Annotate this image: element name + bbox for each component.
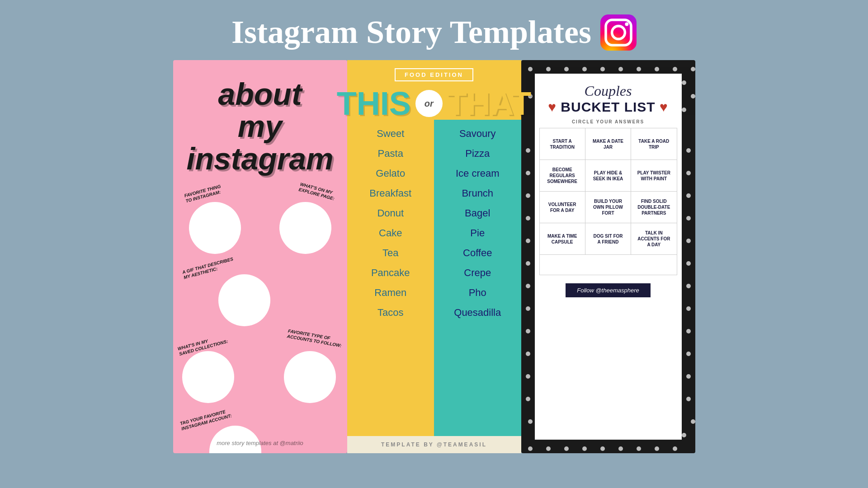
food-edition-badge: FOOD EDITION	[395, 68, 473, 81]
bucket-list-text: ♥ BUCKET LIST ♥	[544, 99, 673, 115]
svg-point-41	[682, 108, 686, 112]
card1-about-instagram: aboutmyinstagram FAVORITE THINGTO INSTAG…	[173, 60, 347, 453]
food-tacos: Tacos	[377, 303, 403, 322]
bucket-title-area: Couples ♥ BUCKET LIST ♥	[535, 74, 682, 117]
card1-footer: more story templates at @matriio	[173, 440, 347, 446]
circle3	[218, 274, 270, 326]
heart-right: ♥	[656, 99, 668, 114]
cards-container: aboutmyinstagram FAVORITE THINGTO INSTAG…	[167, 60, 701, 453]
svg-point-63	[564, 446, 569, 451]
bucket-cell-1: START ATRADITION	[540, 128, 585, 160]
circle1	[189, 202, 241, 254]
food-pancake: Pancake	[371, 263, 410, 282]
bucket-cell-7: VOLUNTEERFOR A DAY	[540, 192, 585, 223]
label-gif-aesthetic: A GIF THAT DESCRIBESMY AESTHETIC:	[181, 257, 235, 281]
svg-point-82	[686, 148, 691, 153]
bucket-cell-8: BUILD YOUROWN PILLOWFORT	[585, 192, 631, 223]
svg-point-88	[686, 284, 691, 288]
svg-point-75	[526, 261, 530, 266]
svg-point-67	[637, 446, 641, 451]
svg-point-84	[686, 193, 691, 198]
svg-point-70	[526, 148, 530, 153]
food-bagel: Bagel	[465, 204, 490, 223]
svg-point-22	[682, 80, 686, 85]
card1-title: aboutmyinstagram	[173, 60, 347, 184]
food-coffee: Coffee	[463, 244, 492, 263]
card3-bucket-list: Couples ♥ BUCKET LIST ♥ CIRCLE YOUR ANSW…	[521, 60, 695, 453]
svg-point-89	[686, 306, 691, 311]
svg-point-68	[655, 446, 659, 451]
svg-point-9	[618, 67, 623, 71]
bucket-cell-6: PLAY TWISTERWITH PAINT	[631, 160, 677, 192]
svg-point-73	[526, 216, 530, 221]
food-savoury: Savoury	[459, 124, 496, 143]
svg-point-74	[526, 239, 530, 243]
svg-point-42	[528, 419, 533, 424]
svg-point-69	[673, 446, 677, 451]
svg-point-51	[691, 419, 695, 424]
page-title: Istagram Story Templates	[231, 14, 591, 51]
svg-point-71	[526, 171, 530, 175]
svg-point-72	[526, 193, 530, 198]
food-tea: Tea	[382, 244, 398, 263]
food-crepe: Crepe	[464, 263, 491, 282]
label-favorite-thing: FAVORITE THINGTO INSTAGRAM:	[184, 184, 223, 204]
card3-inner: Couples ♥ BUCKET LIST ♥ CIRCLE YOUR ANSW…	[535, 74, 682, 440]
svg-point-85	[686, 216, 691, 221]
bucket-cell-11: DOG SIT FORA FRIEND	[585, 223, 631, 255]
this-or-that-row: THIS or THAT	[347, 87, 521, 120]
this-text: THIS	[332, 87, 415, 120]
circle4	[182, 351, 234, 403]
svg-point-86	[686, 239, 691, 243]
food-pho: Pho	[469, 283, 486, 302]
circle-answers-label: CIRCLE YOUR ANSWERS	[535, 117, 682, 128]
food-quesadilla: Quesadilla	[454, 303, 501, 322]
follow-area: Follow @theemasphere	[535, 275, 682, 303]
svg-point-77	[526, 306, 530, 311]
that-text: THAT	[443, 87, 536, 120]
bucket-grid: START ATRADITION MAKE A DATEJAR TAKE A R…	[539, 128, 677, 255]
svg-point-6	[564, 67, 569, 71]
svg-point-66	[618, 446, 623, 451]
svg-point-79	[526, 352, 530, 356]
svg-point-76	[526, 284, 530, 288]
label-explore-page: WHAT'S ON MYEXPLORE PAGE:	[298, 182, 336, 202]
label-fav-accounts: FAVORITE TYPE OFACCOUNTS TO FOLLOW:	[287, 328, 343, 349]
food-ramen: Ramen	[374, 283, 406, 302]
circle2	[279, 202, 331, 254]
bucket-cell-12: TALK INACCENTS FORA DAY	[631, 223, 677, 255]
food-gelato: Gelato	[376, 164, 405, 183]
svg-point-61	[528, 446, 533, 451]
food-right-col: Savoury Pizza Ice cream Brunch Bagel Pie…	[434, 120, 521, 436]
svg-point-83	[686, 171, 691, 175]
svg-point-62	[546, 446, 551, 451]
bucket-cell-4: BECOME REGULARSSOMEWHERE	[540, 160, 585, 192]
svg-point-92	[686, 374, 691, 379]
bucket-cell-3: TAKE A ROADTRIP	[631, 128, 677, 160]
food-brunch: Brunch	[462, 184, 493, 203]
svg-point-60	[682, 433, 686, 437]
couples-text: Couples	[544, 83, 673, 99]
card2-this-or-that: FOOD EDITION THIS or THAT Sweet Pasta Ge…	[347, 60, 521, 453]
svg-point-12	[673, 67, 677, 71]
svg-point-81	[526, 397, 530, 401]
bucket-cell-5: PLAY HIDE &SEEK IN IKEA	[585, 160, 631, 192]
food-pie: Pie	[470, 224, 485, 243]
circle5	[284, 351, 336, 403]
food-icecream: Ice cream	[456, 164, 500, 183]
bucket-cell-9: FIND SOLIDDOUBLE-DATEPARTNERS	[631, 192, 677, 223]
svg-point-64	[582, 446, 587, 451]
svg-point-32	[691, 94, 695, 99]
food-left-col: Sweet Pasta Gelato Breakfast Donut Cake …	[347, 120, 434, 436]
food-sweet: Sweet	[377, 124, 404, 143]
svg-point-5	[546, 67, 551, 71]
card2-footer: TEMPLATE BY @TEAMEASIL	[347, 436, 521, 453]
svg-point-87	[686, 261, 691, 266]
food-pasta: Pasta	[378, 144, 403, 163]
or-circle: or	[415, 90, 443, 117]
svg-point-7	[582, 67, 587, 71]
svg-point-13	[691, 67, 695, 71]
svg-point-91	[686, 352, 691, 356]
svg-point-78	[526, 329, 530, 333]
instagram-icon	[600, 14, 637, 51]
